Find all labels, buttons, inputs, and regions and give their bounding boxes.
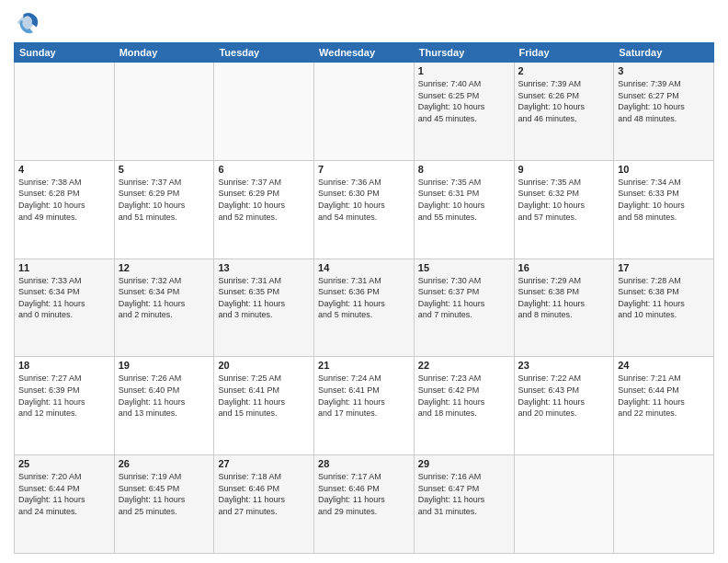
day-info: Sunrise: 7:35 AM Sunset: 6:32 PM Dayligh… (518, 177, 610, 223)
calendar-cell: 15Sunrise: 7:30 AM Sunset: 6:37 PM Dayli… (414, 259, 514, 357)
day-info: Sunrise: 7:39 AM Sunset: 6:26 PM Dayligh… (518, 78, 610, 124)
calendar-row-1: 4Sunrise: 7:38 AM Sunset: 6:28 PM Daylig… (15, 160, 714, 259)
day-info: Sunrise: 7:28 AM Sunset: 6:38 PM Dayligh… (618, 275, 710, 321)
calendar-cell: 2Sunrise: 7:39 AM Sunset: 6:26 PM Daylig… (514, 63, 614, 161)
day-number: 20 (218, 360, 310, 371)
day-info: Sunrise: 7:29 AM Sunset: 6:38 PM Dayligh… (518, 275, 610, 321)
calendar-cell: 19Sunrise: 7:26 AM Sunset: 6:40 PM Dayli… (114, 357, 214, 455)
day-number: 17 (618, 262, 710, 273)
day-number: 16 (518, 262, 610, 273)
day-number: 19 (119, 360, 210, 371)
calendar-row-0: 1Sunrise: 7:40 AM Sunset: 6:25 PM Daylig… (15, 63, 714, 161)
calendar-table: SundayMondayTuesdayWednesdayThursdayFrid… (14, 42, 714, 554)
day-number: 27 (218, 458, 310, 469)
weekday-header-monday: Monday (114, 43, 214, 63)
header (14, 9, 714, 35)
day-info: Sunrise: 7:37 AM Sunset: 6:29 PM Dayligh… (218, 177, 310, 223)
calendar-cell: 14Sunrise: 7:31 AM Sunset: 6:36 PM Dayli… (314, 259, 415, 357)
day-info: Sunrise: 7:19 AM Sunset: 6:45 PM Dayligh… (119, 471, 210, 517)
day-info: Sunrise: 7:21 AM Sunset: 6:44 PM Dayligh… (618, 373, 710, 419)
calendar-cell: 13Sunrise: 7:31 AM Sunset: 6:35 PM Dayli… (214, 259, 314, 357)
calendar-cell (114, 63, 214, 161)
calendar-cell: 8Sunrise: 7:35 AM Sunset: 6:31 PM Daylig… (414, 160, 514, 259)
day-info: Sunrise: 7:38 AM Sunset: 6:28 PM Dayligh… (18, 177, 110, 223)
day-info: Sunrise: 7:17 AM Sunset: 6:46 PM Dayligh… (318, 471, 410, 517)
weekday-header-friday: Friday (514, 43, 614, 63)
day-number: 15 (418, 262, 510, 273)
day-number: 23 (518, 360, 610, 371)
day-info: Sunrise: 7:32 AM Sunset: 6:34 PM Dayligh… (119, 275, 210, 321)
day-info: Sunrise: 7:35 AM Sunset: 6:31 PM Dayligh… (418, 177, 510, 223)
day-info: Sunrise: 7:34 AM Sunset: 6:33 PM Dayligh… (618, 177, 710, 223)
calendar-cell: 16Sunrise: 7:29 AM Sunset: 6:38 PM Dayli… (514, 259, 614, 357)
day-number: 25 (18, 458, 110, 469)
day-number: 18 (18, 360, 110, 371)
day-info: Sunrise: 7:31 AM Sunset: 6:36 PM Dayligh… (318, 275, 410, 321)
calendar-cell (15, 63, 115, 161)
calendar-cell: 10Sunrise: 7:34 AM Sunset: 6:33 PM Dayli… (614, 160, 714, 259)
day-info: Sunrise: 7:18 AM Sunset: 6:46 PM Dayligh… (218, 471, 310, 517)
day-number: 24 (618, 360, 710, 371)
calendar-cell: 27Sunrise: 7:18 AM Sunset: 6:46 PM Dayli… (214, 455, 314, 554)
day-number: 14 (318, 262, 410, 273)
weekday-header-sunday: Sunday (15, 43, 115, 63)
calendar-cell: 12Sunrise: 7:32 AM Sunset: 6:34 PM Dayli… (114, 259, 214, 357)
calendar-cell: 3Sunrise: 7:39 AM Sunset: 6:27 PM Daylig… (614, 63, 714, 161)
day-info: Sunrise: 7:24 AM Sunset: 6:41 PM Dayligh… (318, 373, 410, 419)
day-number: 28 (318, 458, 410, 469)
weekday-header-wednesday: Wednesday (314, 43, 415, 63)
calendar-cell: 23Sunrise: 7:22 AM Sunset: 6:43 PM Dayli… (514, 357, 614, 455)
calendar-cell: 11Sunrise: 7:33 AM Sunset: 6:34 PM Dayli… (15, 259, 115, 357)
day-info: Sunrise: 7:27 AM Sunset: 6:39 PM Dayligh… (18, 373, 110, 419)
calendar-cell: 24Sunrise: 7:21 AM Sunset: 6:44 PM Dayli… (614, 357, 714, 455)
calendar-cell: 9Sunrise: 7:35 AM Sunset: 6:32 PM Daylig… (514, 160, 614, 259)
day-info: Sunrise: 7:26 AM Sunset: 6:40 PM Dayligh… (119, 373, 210, 419)
page: SundayMondayTuesdayWednesdayThursdayFrid… (0, 0, 728, 563)
calendar-cell (514, 455, 614, 554)
day-info: Sunrise: 7:31 AM Sunset: 6:35 PM Dayligh… (218, 275, 310, 321)
day-number: 10 (618, 164, 710, 175)
calendar-cell: 21Sunrise: 7:24 AM Sunset: 6:41 PM Dayli… (314, 357, 415, 455)
day-info: Sunrise: 7:25 AM Sunset: 6:41 PM Dayligh… (218, 373, 310, 419)
day-number: 3 (618, 65, 710, 76)
day-info: Sunrise: 7:36 AM Sunset: 6:30 PM Dayligh… (318, 177, 410, 223)
day-info: Sunrise: 7:20 AM Sunset: 6:44 PM Dayligh… (18, 471, 110, 517)
logo-icon (14, 9, 40, 35)
day-info: Sunrise: 7:22 AM Sunset: 6:43 PM Dayligh… (518, 373, 610, 419)
calendar-cell (314, 63, 415, 161)
calendar-cell: 7Sunrise: 7:36 AM Sunset: 6:30 PM Daylig… (314, 160, 415, 259)
logo (14, 9, 43, 35)
calendar-cell: 18Sunrise: 7:27 AM Sunset: 6:39 PM Dayli… (15, 357, 115, 455)
day-number: 6 (218, 164, 310, 175)
calendar-cell: 1Sunrise: 7:40 AM Sunset: 6:25 PM Daylig… (414, 63, 514, 161)
day-number: 13 (218, 262, 310, 273)
day-info: Sunrise: 7:33 AM Sunset: 6:34 PM Dayligh… (18, 275, 110, 321)
weekday-header-row: SundayMondayTuesdayWednesdayThursdayFrid… (15, 43, 714, 63)
calendar-cell: 28Sunrise: 7:17 AM Sunset: 6:46 PM Dayli… (314, 455, 415, 554)
day-number: 26 (119, 458, 210, 469)
day-info: Sunrise: 7:30 AM Sunset: 6:37 PM Dayligh… (418, 275, 510, 321)
calendar-row-3: 18Sunrise: 7:27 AM Sunset: 6:39 PM Dayli… (15, 357, 714, 455)
calendar-cell: 22Sunrise: 7:23 AM Sunset: 6:42 PM Dayli… (414, 357, 514, 455)
calendar-cell: 20Sunrise: 7:25 AM Sunset: 6:41 PM Dayli… (214, 357, 314, 455)
day-number: 11 (18, 262, 110, 273)
calendar-row-2: 11Sunrise: 7:33 AM Sunset: 6:34 PM Dayli… (15, 259, 714, 357)
day-number: 12 (119, 262, 210, 273)
calendar-cell: 26Sunrise: 7:19 AM Sunset: 6:45 PM Dayli… (114, 455, 214, 554)
day-info: Sunrise: 7:16 AM Sunset: 6:47 PM Dayligh… (418, 471, 510, 517)
weekday-header-tuesday: Tuesday (214, 43, 314, 63)
day-number: 1 (418, 65, 510, 76)
day-number: 5 (119, 164, 210, 175)
day-number: 22 (418, 360, 510, 371)
day-number: 8 (418, 164, 510, 175)
weekday-header-thursday: Thursday (414, 43, 514, 63)
day-number: 9 (518, 164, 610, 175)
calendar-cell: 5Sunrise: 7:37 AM Sunset: 6:29 PM Daylig… (114, 160, 214, 259)
day-info: Sunrise: 7:39 AM Sunset: 6:27 PM Dayligh… (618, 78, 710, 124)
day-info: Sunrise: 7:40 AM Sunset: 6:25 PM Dayligh… (418, 78, 510, 124)
calendar-cell: 4Sunrise: 7:38 AM Sunset: 6:28 PM Daylig… (15, 160, 115, 259)
day-number: 2 (518, 65, 610, 76)
calendar-cell (614, 455, 714, 554)
day-number: 29 (418, 458, 510, 469)
calendar-cell: 6Sunrise: 7:37 AM Sunset: 6:29 PM Daylig… (214, 160, 314, 259)
